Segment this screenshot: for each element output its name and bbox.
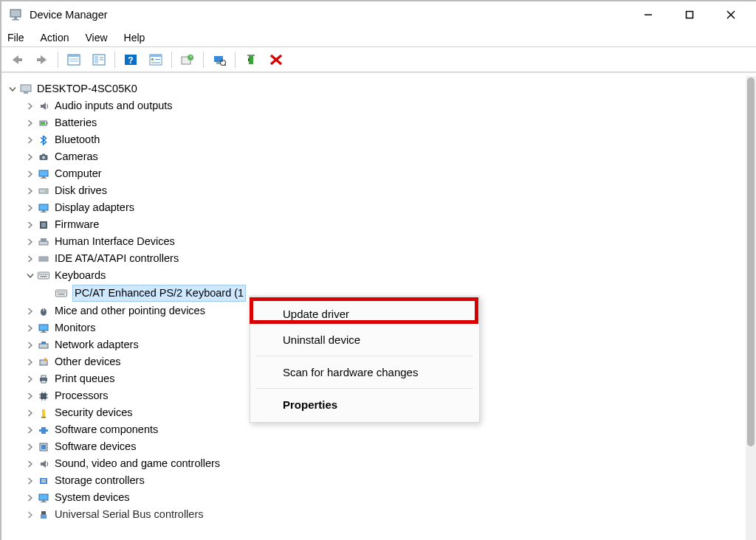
menu-properties[interactable]: Properties bbox=[250, 392, 479, 418]
menu-action[interactable]: Action bbox=[41, 32, 69, 44]
chevron-right-icon[interactable] bbox=[25, 442, 35, 452]
audio-icon bbox=[37, 100, 50, 112]
svg-rect-0 bbox=[10, 10, 21, 17]
svg-point-47 bbox=[45, 190, 47, 192]
chevron-right-icon[interactable] bbox=[25, 186, 35, 196]
software-component-icon bbox=[37, 424, 50, 436]
chevron-right-icon[interactable] bbox=[25, 323, 35, 333]
toolbar-separator bbox=[114, 52, 115, 68]
tree-node[interactable]: Human Interface Devices bbox=[7, 233, 746, 250]
menu-help[interactable]: Help bbox=[124, 32, 145, 44]
chevron-right-icon[interactable] bbox=[25, 476, 35, 486]
chevron-right-icon[interactable] bbox=[25, 306, 35, 316]
tree-node[interactable]: Audio inputs and outputs bbox=[7, 97, 746, 114]
tree-node[interactable]: Disk drives bbox=[7, 182, 746, 199]
svg-rect-103 bbox=[41, 511, 46, 514]
tree-node[interactable]: Software components bbox=[7, 421, 746, 438]
chevron-right-icon[interactable] bbox=[25, 408, 35, 418]
svg-rect-98 bbox=[41, 480, 46, 480]
properties-button[interactable] bbox=[145, 50, 167, 69]
bluetooth-icon bbox=[37, 134, 50, 146]
svg-rect-39 bbox=[41, 122, 45, 125]
show-hidden-button[interactable] bbox=[63, 50, 85, 69]
chevron-right-icon[interactable] bbox=[25, 220, 35, 230]
enable-device-button[interactable] bbox=[240, 50, 262, 69]
chevron-down-icon[interactable] bbox=[25, 271, 35, 281]
chevron-right-icon[interactable] bbox=[25, 169, 35, 179]
svg-rect-20 bbox=[150, 55, 162, 57]
scan-hardware-button[interactable] bbox=[208, 50, 230, 69]
tree-node[interactable]: Sound, video and game controllers bbox=[7, 455, 746, 472]
svg-rect-50 bbox=[41, 212, 47, 212]
close-button[interactable] bbox=[710, 3, 752, 27]
chevron-right-icon[interactable] bbox=[25, 357, 35, 367]
tree-node-label: Keyboards bbox=[55, 268, 106, 283]
titlebar: Device Manager bbox=[1, 1, 756, 28]
chevron-right-icon[interactable] bbox=[25, 374, 35, 384]
svg-rect-8 bbox=[37, 58, 42, 61]
tree-node[interactable]: Computer bbox=[7, 165, 746, 182]
tree-node[interactable]: System devices bbox=[7, 489, 746, 506]
console-tree-button[interactable] bbox=[88, 50, 110, 69]
chevron-right-icon[interactable] bbox=[25, 101, 35, 111]
toolbar-separator bbox=[58, 52, 58, 68]
svg-rect-21 bbox=[151, 58, 154, 60]
tree-root[interactable]: DESKTOP-4SC05K0 bbox=[7, 80, 746, 97]
chevron-right-icon[interactable] bbox=[25, 425, 35, 435]
svg-rect-42 bbox=[42, 153, 45, 155]
chevron-down-icon[interactable] bbox=[7, 84, 18, 94]
back-button[interactable] bbox=[6, 50, 28, 69]
tree-node-label: Software components bbox=[55, 422, 158, 437]
help-button[interactable]: ? bbox=[120, 50, 142, 69]
svg-rect-2 bbox=[12, 19, 19, 21]
svg-point-41 bbox=[42, 156, 45, 159]
menu-uninstall-device[interactable]: Uninstall device bbox=[250, 327, 479, 353]
mouse-icon bbox=[37, 305, 50, 317]
menu-divider bbox=[256, 356, 473, 356]
tree-node[interactable]: Display adapters bbox=[7, 199, 746, 216]
svg-rect-30 bbox=[249, 55, 253, 64]
svg-rect-52 bbox=[41, 223, 46, 227]
chevron-right-icon[interactable] bbox=[25, 493, 35, 503]
menu-file[interactable]: File bbox=[7, 32, 24, 44]
scrollbar-thumb[interactable] bbox=[747, 77, 755, 446]
tree-node-label: Firmware bbox=[55, 217, 99, 232]
forward-button[interactable] bbox=[31, 50, 53, 69]
disk-drive-icon bbox=[37, 185, 50, 197]
tree-node[interactable]: Universal Serial Bus controllers bbox=[7, 506, 746, 523]
chevron-right-icon[interactable] bbox=[25, 459, 35, 469]
context-menu: Update driver Uninstall device Scan for … bbox=[250, 296, 480, 423]
tree-node[interactable]: Cameras bbox=[7, 148, 746, 165]
tree-node-label: Mice and other pointing devices bbox=[55, 303, 205, 319]
update-driver-button[interactable] bbox=[176, 50, 199, 69]
maximize-button[interactable] bbox=[669, 3, 710, 27]
menu-update-driver[interactable]: Update driver bbox=[250, 301, 479, 327]
tree-node[interactable]: Software devices bbox=[7, 438, 746, 455]
chevron-right-icon[interactable] bbox=[25, 118, 35, 128]
uninstall-device-button[interactable] bbox=[265, 50, 287, 69]
svg-rect-77 bbox=[39, 344, 48, 348]
vertical-scrollbar[interactable] bbox=[746, 76, 756, 540]
svg-text:?: ? bbox=[128, 55, 133, 65]
svg-rect-101 bbox=[42, 500, 45, 502]
chevron-right-icon[interactable] bbox=[25, 340, 35, 350]
svg-rect-62 bbox=[45, 274, 47, 275]
chevron-right-icon[interactable] bbox=[25, 135, 35, 145]
chevron-right-icon[interactable] bbox=[25, 254, 35, 264]
tree-node[interactable]: Batteries bbox=[7, 114, 746, 131]
chevron-right-icon[interactable] bbox=[25, 510, 35, 520]
hid-icon bbox=[37, 236, 50, 248]
tree-node[interactable]: Firmware bbox=[7, 216, 746, 233]
firmware-icon bbox=[37, 219, 50, 231]
chevron-right-icon[interactable] bbox=[25, 391, 35, 401]
minimize-button[interactable] bbox=[628, 3, 669, 27]
chevron-right-icon[interactable] bbox=[25, 203, 35, 213]
tree-node-keyboards[interactable]: Keyboards bbox=[7, 267, 746, 284]
tree-node[interactable]: Bluetooth bbox=[7, 131, 746, 148]
menu-view[interactable]: View bbox=[85, 32, 107, 44]
chevron-right-icon[interactable] bbox=[25, 152, 35, 162]
chevron-right-icon[interactable] bbox=[25, 237, 35, 247]
tree-node[interactable]: Storage controllers bbox=[7, 472, 746, 489]
tree-node[interactable]: IDE ATA/ATAPI controllers bbox=[7, 250, 746, 267]
menu-scan-hardware[interactable]: Scan for hardware changes bbox=[250, 359, 479, 385]
